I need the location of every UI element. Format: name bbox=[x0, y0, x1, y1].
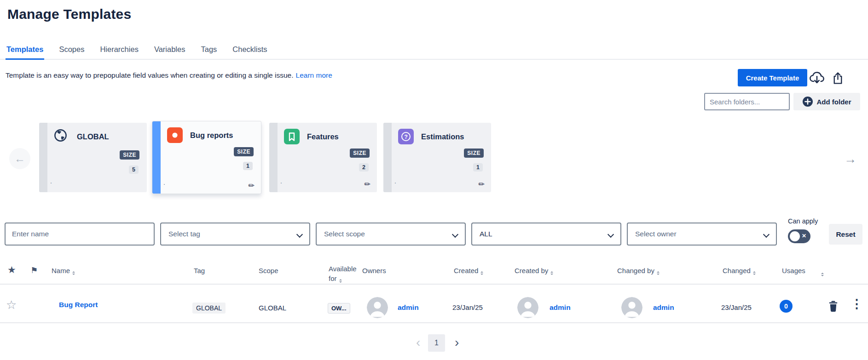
column-header-owners: Owners bbox=[362, 267, 386, 274]
folder-card-estimations[interactable]: ? Estimations SIZE 1 . ✏ bbox=[383, 123, 491, 192]
chevron-down-icon bbox=[608, 231, 614, 238]
tab-checklists[interactable]: Checklists bbox=[231, 43, 268, 59]
trash-icon bbox=[827, 307, 839, 314]
created-by-link[interactable]: admin bbox=[550, 303, 571, 312]
edit-folder-pencil-icon[interactable]: ✏ bbox=[365, 180, 370, 189]
sort-icon[interactable] bbox=[753, 270, 756, 276]
column-header-changed-by[interactable]: Changed by bbox=[617, 267, 660, 276]
folder-card-global[interactable]: GLOBAL SIZE 5 . bbox=[39, 123, 147, 192]
chevron-down-icon bbox=[452, 231, 458, 238]
created-by-avatar bbox=[517, 297, 538, 318]
template-name-link[interactable]: Bug Report bbox=[59, 301, 98, 309]
tab-scopes[interactable]: Scopes bbox=[58, 43, 85, 59]
changed-by-link[interactable]: admin bbox=[653, 303, 674, 312]
edit-folder-pencil-icon[interactable]: ✏ bbox=[479, 180, 485, 189]
scope-value: GLOBAL bbox=[259, 304, 286, 312]
folder-name: Bug reports bbox=[190, 131, 233, 140]
owner-avatar bbox=[367, 297, 388, 318]
folder-note: . bbox=[280, 180, 282, 182]
type-filter-select[interactable]: ALL bbox=[471, 223, 621, 246]
create-template-button[interactable]: Create Template bbox=[738, 69, 807, 86]
tag-filter-select[interactable]: Select tag bbox=[160, 223, 310, 246]
add-folder-label: Add folder bbox=[817, 98, 851, 106]
sort-icon[interactable] bbox=[821, 271, 824, 278]
folder-note: . bbox=[163, 182, 165, 183]
toggle-knob bbox=[790, 231, 800, 241]
size-badge: SIZE bbox=[350, 149, 370, 158]
type-filter-value: ALL bbox=[480, 230, 492, 238]
page-title: Manage Templates bbox=[7, 6, 131, 22]
table-row-divider bbox=[0, 322, 868, 323]
column-header-created-by[interactable]: Created by bbox=[515, 267, 553, 276]
folder-size-value: 1 bbox=[473, 163, 483, 171]
tag-chip: GLOBAL bbox=[192, 303, 226, 314]
search-folders-input[interactable] bbox=[704, 93, 790, 110]
intro-description: Template is an easy way to prepopulate f… bbox=[6, 71, 294, 79]
folder-strip bbox=[39, 123, 47, 192]
column-header-scope: Scope bbox=[259, 267, 278, 274]
sort-icon[interactable] bbox=[480, 270, 483, 276]
delete-template-button[interactable] bbox=[827, 300, 839, 313]
size-badge: SIZE bbox=[120, 150, 139, 160]
folder-name: GLOBAL bbox=[77, 132, 109, 141]
sort-icon[interactable] bbox=[550, 270, 553, 276]
chevron-down-icon bbox=[296, 231, 303, 238]
tag-filter-placeholder: Select tag bbox=[168, 230, 200, 238]
column-header-usages-sort[interactable] bbox=[819, 268, 824, 278]
export-templates-button[interactable] bbox=[832, 72, 844, 85]
star-column-icon[interactable]: ★ bbox=[7, 264, 16, 275]
available-for-chip: OW... bbox=[328, 303, 350, 314]
row-actions-kebab-icon[interactable]: ⋮ bbox=[848, 296, 866, 312]
folder-size-value: 2 bbox=[359, 163, 369, 171]
cloud-download-icon bbox=[809, 79, 825, 86]
name-filter-input[interactable] bbox=[5, 223, 155, 246]
scope-filter-select[interactable]: Select scope bbox=[316, 223, 466, 246]
reset-filters-button[interactable]: Reset bbox=[829, 224, 862, 245]
column-header-available-for[interactable]: Available for bbox=[329, 264, 361, 284]
pagination-prev-icon[interactable]: ‹ bbox=[413, 335, 423, 350]
owner-filter-select[interactable]: Select owner bbox=[627, 223, 777, 246]
star-outline-icon[interactable]: ☆ bbox=[6, 298, 17, 312]
sort-icon[interactable] bbox=[339, 278, 342, 284]
size-badge: SIZE bbox=[464, 149, 484, 158]
size-badge: SIZE bbox=[234, 147, 254, 156]
folder-card-bug-reports[interactable]: Bug reports SIZE 1 . ✏ bbox=[152, 121, 261, 194]
flag-column-icon[interactable]: ⚑ bbox=[30, 265, 38, 275]
tab-variables[interactable]: Variables bbox=[153, 43, 186, 59]
intro-text: Template is an easy way to prepopulate f… bbox=[6, 71, 332, 80]
left-arrow-icon: ← bbox=[14, 152, 25, 165]
folder-size-value: 5 bbox=[129, 166, 139, 174]
tab-hierarchies[interactable]: Hierarchies bbox=[99, 43, 139, 59]
can-apply-toggle[interactable]: ✕ bbox=[788, 229, 810, 243]
plus-circle-icon bbox=[803, 97, 813, 107]
usages-count-badge[interactable]: 0 bbox=[780, 300, 793, 313]
folder-note: . bbox=[50, 180, 52, 182]
manage-templates-page: Manage Templates Templates Scopes Hierar… bbox=[0, 0, 868, 360]
learn-more-link[interactable]: Learn more bbox=[296, 71, 332, 79]
column-header-changed[interactable]: Changed bbox=[723, 267, 756, 276]
owner-link[interactable]: admin bbox=[398, 303, 419, 312]
pagination-next-icon[interactable]: › bbox=[452, 335, 462, 350]
right-arrow-icon: → bbox=[844, 152, 856, 166]
sort-icon[interactable] bbox=[657, 270, 660, 276]
created-date: 23/Jan/25 bbox=[452, 303, 483, 311]
tab-tags[interactable]: Tags bbox=[200, 43, 218, 59]
toggle-off-x-icon: ✕ bbox=[802, 233, 806, 239]
changed-date: 23/Jan/25 bbox=[721, 303, 752, 311]
add-folder-button[interactable]: Add folder bbox=[793, 93, 860, 110]
folder-note: . bbox=[394, 180, 396, 182]
edit-folder-pencil-icon[interactable]: ✏ bbox=[249, 181, 255, 190]
chevron-down-icon bbox=[763, 231, 770, 238]
carousel-prev-button[interactable]: ← bbox=[9, 148, 30, 169]
import-templates-button[interactable] bbox=[809, 71, 825, 85]
table-header-divider bbox=[0, 284, 868, 285]
column-header-created[interactable]: Created bbox=[454, 267, 483, 276]
owner-filter-placeholder: Select owner bbox=[635, 230, 677, 238]
sort-icon[interactable] bbox=[72, 270, 75, 276]
pagination-page-1[interactable]: 1 bbox=[428, 334, 445, 352]
column-header-name[interactable]: Name bbox=[52, 267, 75, 276]
folder-card-features[interactable]: Features SIZE 2 . ✏ bbox=[269, 123, 377, 192]
tab-templates[interactable]: Templates bbox=[6, 43, 44, 60]
carousel-next-button[interactable]: → bbox=[841, 152, 859, 167]
svg-text:?: ? bbox=[404, 134, 408, 140]
